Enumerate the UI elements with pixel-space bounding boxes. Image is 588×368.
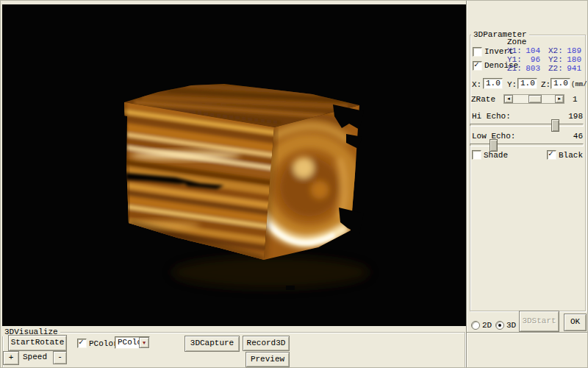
check-icon: ✓	[79, 337, 84, 347]
y-scale-label: Y:	[507, 80, 517, 89]
mode-2d-label: 2D	[482, 321, 492, 330]
zone-x1-value: 104	[520, 46, 540, 55]
hi-echo-label: Hi Echo:	[472, 112, 511, 121]
zone-x2-value: 189	[561, 46, 581, 55]
zrate-scroll-right-icon[interactable]: ►	[555, 95, 564, 103]
shade-label: Shade	[484, 151, 508, 160]
zrate-scroll-left-icon[interactable]: ◄	[504, 95, 513, 103]
speed-plus-button[interactable]: +	[3, 351, 19, 365]
x-scale-label: X:	[472, 80, 481, 89]
dropdown-arrow-icon[interactable]: ▼	[139, 337, 149, 348]
low-echo-value: 46	[562, 132, 583, 141]
hi-echo-value: 198	[562, 112, 583, 121]
parameter-groupbox	[470, 35, 586, 311]
zone-y1-value: 96	[520, 55, 540, 64]
low-echo-slider-track[interactable]	[470, 144, 584, 146]
zone-y2-value: 180	[561, 55, 581, 64]
zrate-value: 1	[573, 95, 578, 104]
ok-button[interactable]: OK	[564, 314, 587, 331]
mode-3d-label: 3D	[506, 321, 516, 330]
low-echo-slider-thumb[interactable]	[490, 139, 498, 152]
mode-3d-radio[interactable]	[495, 321, 504, 330]
capture3d-button[interactable]: 3DCapture	[184, 336, 240, 352]
hi-echo-slider-thumb[interactable]	[551, 119, 559, 132]
pcolor-checkbox[interactable]: ✓	[77, 339, 87, 348]
mode-2d-radio[interactable]	[471, 321, 480, 330]
parameter-panel: 3DParameter Invert ✓ Denoise Zone X1: 10…	[466, 1, 588, 368]
zone-z2-value: 941	[561, 64, 581, 73]
hi-echo-slider-track[interactable]	[470, 124, 584, 127]
x-scale-input[interactable]	[483, 78, 503, 89]
scale-unit-label: (mm/p)	[571, 80, 588, 89]
pcolor-dropdown[interactable]: PColor ▼	[115, 336, 150, 349]
check-icon: ✓	[548, 149, 553, 158]
start-rotate-button[interactable]: StartRotate	[8, 335, 67, 351]
app-window: { "icons": { "check": "✓", "scroll_left"…	[0, 0, 588, 368]
viewport-3d[interactable]	[2, 4, 466, 326]
radio-dot	[498, 324, 501, 327]
visualize-panel: 3DVisualize StartRotate + Speed - ✓ PCol…	[1, 326, 466, 368]
start3d-button[interactable]: 3DStart	[519, 311, 559, 332]
zone-label: Zone	[507, 38, 526, 46]
zone-z1-value: 803	[520, 64, 540, 73]
zrate-label: ZRate	[471, 95, 495, 104]
black-checkbox[interactable]: ✓	[547, 150, 556, 160]
zrate-scrollbar-thumb[interactable]	[528, 95, 542, 103]
speed-label: Speed	[23, 353, 47, 361]
shade-checkbox[interactable]	[472, 150, 481, 160]
record3d-button[interactable]: Record3D	[243, 336, 290, 351]
denoise-checkbox[interactable]: ✓	[473, 61, 482, 71]
volume-3d-render[interactable]	[2, 4, 466, 326]
pcolor-label: PColor	[89, 339, 118, 348]
volume-floor-glow	[171, 256, 370, 289]
y-scale-input[interactable]	[517, 78, 537, 89]
check-icon: ✓	[474, 60, 479, 69]
panel-divider	[467, 332, 588, 333]
z-scale-label: Z:	[541, 80, 551, 89]
preview-button[interactable]: Preview	[245, 352, 290, 367]
black-label: Black	[559, 151, 583, 160]
speed-minus-button[interactable]: -	[53, 351, 67, 364]
z-scale-input[interactable]	[551, 78, 570, 89]
zrate-scrollbar[interactable]: ◄ ►	[503, 94, 564, 104]
invert-checkbox[interactable]	[473, 47, 482, 57]
